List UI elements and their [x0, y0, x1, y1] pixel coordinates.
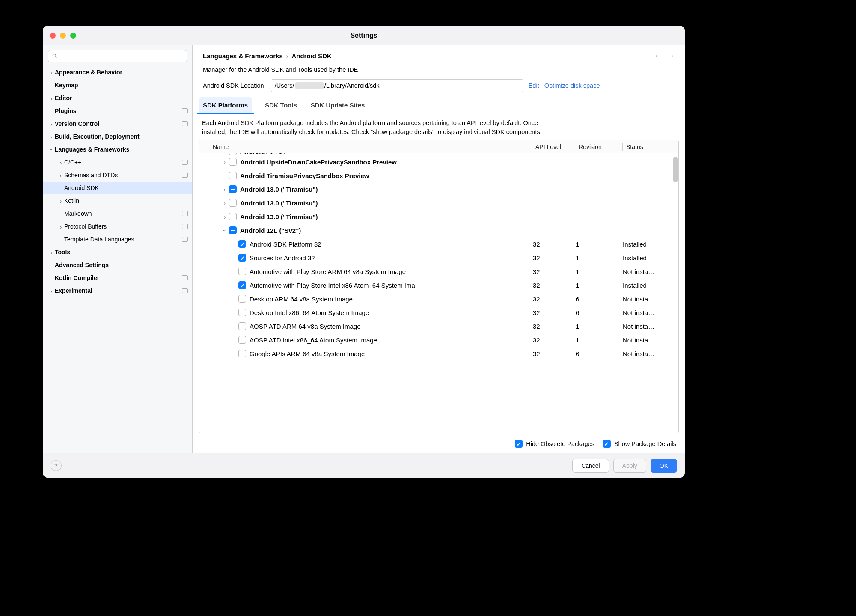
- checkbox[interactable]: [229, 226, 237, 234]
- checkbox[interactable]: [238, 281, 246, 289]
- ok-button[interactable]: OK: [651, 459, 677, 473]
- table-row[interactable]: AOSP ATD ARM 64 v8a System Image321Not i…: [199, 319, 678, 333]
- sidebar-item[interactable]: Editor: [43, 92, 192, 104]
- sidebar-item[interactable]: Kotlin Compiler: [43, 271, 192, 284]
- chevron-right-icon[interactable]: [57, 197, 64, 205]
- sidebar-item[interactable]: Languages & Frameworks: [43, 143, 192, 156]
- row-name: Android API 34: [240, 153, 286, 155]
- column-status[interactable]: Status: [623, 143, 678, 150]
- sidebar-item[interactable]: Version Control: [43, 117, 192, 130]
- chevron-right-icon[interactable]: [220, 186, 229, 193]
- table-row[interactable]: Android 13.0 ("Tiramisu"): [199, 182, 678, 196]
- checkbox[interactable]: [229, 153, 237, 155]
- checkbox[interactable]: [229, 213, 237, 220]
- row-name: Android TiramisuPrivacySandbox Preview: [240, 172, 369, 179]
- checkbox[interactable]: [238, 350, 246, 357]
- show-package-details-checkbox[interactable]: Show Package Details: [603, 440, 676, 448]
- chevron-right-icon[interactable]: [220, 227, 229, 234]
- sidebar-item[interactable]: Android SDK: [43, 182, 192, 194]
- sidebar-item[interactable]: Build, Execution, Deployment: [43, 130, 192, 143]
- sidebar-item[interactable]: Keymap: [43, 79, 192, 92]
- table-row[interactable]: Android 13.0 ("Tiramisu"): [199, 210, 678, 223]
- chevron-right-icon[interactable]: [48, 95, 55, 102]
- edit-link[interactable]: Edit: [529, 82, 539, 89]
- tab[interactable]: SDK Update Sites: [310, 97, 366, 114]
- checkbox[interactable]: [238, 268, 246, 275]
- table-row[interactable]: Android TiramisuPrivacySandbox Preview: [199, 169, 678, 182]
- chevron-right-icon[interactable]: [48, 120, 55, 128]
- table-footer: Hide Obsolete Packages Show Package Deta…: [193, 437, 685, 453]
- checkbox[interactable]: [238, 254, 246, 262]
- cancel-button[interactable]: Cancel: [572, 459, 609, 473]
- optimize-disk-space-link[interactable]: Optimize disk space: [544, 82, 600, 89]
- column-revision[interactable]: Revision: [575, 143, 622, 150]
- table-row[interactable]: Desktop Intel x86_64 Atom System Image32…: [199, 306, 678, 319]
- scrollbar-thumb[interactable]: [673, 157, 678, 182]
- search-input[interactable]: [60, 50, 183, 62]
- table-row[interactable]: Google APIs ARM 64 v8a System Image326No…: [199, 347, 678, 360]
- chevron-right-icon: ›: [286, 53, 288, 60]
- chevron-right-icon[interactable]: [220, 199, 229, 207]
- checkbox[interactable]: [229, 172, 237, 179]
- breadcrumb-root[interactable]: Languages & Frameworks: [203, 52, 283, 60]
- table-row[interactable]: AOSP ATD Intel x86_64 Atom System Image3…: [199, 333, 678, 347]
- checkbox[interactable]: [238, 322, 246, 330]
- settings-tree: Appearance & BehaviorKeymapEditorPlugins…: [43, 66, 192, 453]
- nav-forward-icon[interactable]: →: [667, 51, 675, 60]
- sidebar-item[interactable]: Markdown: [43, 207, 192, 220]
- table-row[interactable]: Sources for Android 32321Installed: [199, 251, 678, 265]
- apply-button[interactable]: Apply: [613, 459, 646, 473]
- chevron-right-icon[interactable]: [57, 159, 64, 166]
- chevron-right-icon[interactable]: [48, 146, 55, 153]
- sidebar-item[interactable]: Appearance & Behavior: [43, 66, 192, 79]
- table-row[interactable]: Automotive with Play Store ARM 64 v8a Sy…: [199, 265, 678, 278]
- sidebar-item[interactable]: Protocol Buffers: [43, 220, 192, 233]
- project-scope-icon: [182, 121, 188, 126]
- hide-obsolete-checkbox[interactable]: Hide Obsolete Packages: [515, 440, 594, 448]
- sidebar-item[interactable]: Advanced Settings: [43, 259, 192, 271]
- sidebar-item-label: Plugins: [55, 107, 77, 114]
- tab[interactable]: SDK Tools: [264, 97, 298, 114]
- chevron-right-icon[interactable]: [48, 69, 55, 76]
- sdk-location-prefix: /Users/: [275, 82, 294, 89]
- table-row[interactable]: Android UpsideDownCakePrivacySandbox Pre…: [199, 155, 678, 169]
- sidebar-item[interactable]: Kotlin: [43, 194, 192, 207]
- table-row[interactable]: Desktop ARM 64 v8a System Image326Not in…: [199, 292, 678, 306]
- chevron-right-icon[interactable]: [57, 223, 64, 230]
- sidebar-item[interactable]: Plugins: [43, 104, 192, 117]
- checkbox[interactable]: [229, 185, 237, 193]
- checkbox[interactable]: [238, 309, 246, 316]
- sidebar-item[interactable]: Schemas and DTDs: [43, 169, 192, 182]
- sidebar-item-label: Kotlin Compiler: [55, 274, 99, 281]
- chevron-right-icon[interactable]: [220, 153, 229, 155]
- table-row[interactable]: Android SDK Platform 32321Installed: [199, 237, 678, 251]
- chevron-right-icon[interactable]: [220, 158, 229, 166]
- tab[interactable]: SDK Platforms: [199, 97, 252, 114]
- nav-back-icon[interactable]: ←: [654, 51, 662, 60]
- checkbox[interactable]: [229, 158, 237, 166]
- row-api: 32: [533, 254, 576, 262]
- table-row[interactable]: Android 13.0 ("Tiramisu"): [199, 196, 678, 210]
- sidebar-item[interactable]: Template Data Languages: [43, 233, 192, 246]
- help-icon[interactable]: ?: [51, 460, 62, 471]
- table-row[interactable]: Automotive with Play Store Intel x86 Ato…: [199, 278, 678, 292]
- column-name[interactable]: Name: [199, 143, 532, 150]
- column-api-level[interactable]: API Level: [532, 143, 575, 150]
- chevron-right-icon[interactable]: [48, 287, 55, 295]
- chevron-right-icon[interactable]: [220, 213, 229, 220]
- chevron-right-icon[interactable]: [48, 249, 55, 256]
- sidebar-item[interactable]: C/C++: [43, 156, 192, 169]
- chevron-right-icon[interactable]: [57, 172, 64, 179]
- checkbox[interactable]: [238, 240, 246, 248]
- checkbox[interactable]: [229, 199, 237, 207]
- checkbox[interactable]: [238, 295, 246, 303]
- table-row[interactable]: Android 12L ("Sv2"): [199, 223, 678, 237]
- checkbox[interactable]: [238, 336, 246, 344]
- sdk-location-input[interactable]: /Users/ XXXXXX /Library/Android/sdk: [271, 79, 523, 92]
- sidebar-item-label: Editor: [55, 95, 72, 101]
- sidebar-item[interactable]: Tools: [43, 246, 192, 259]
- chevron-right-icon[interactable]: [48, 133, 55, 140]
- sidebar-item[interactable]: Experimental: [43, 284, 192, 297]
- row-status: Installed: [623, 241, 678, 248]
- row-name: Automotive with Play Store ARM 64 v8a Sy…: [250, 268, 406, 275]
